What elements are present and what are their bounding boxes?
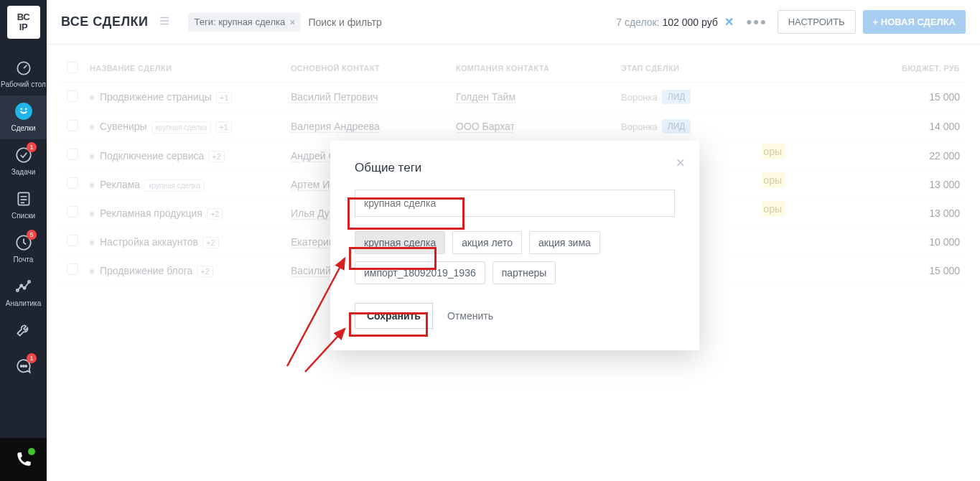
stage-badge: ЛИД [662,119,691,134]
funnel-label: Воронка [621,121,658,132]
stage-badge: ЛИД [662,90,691,104]
new-deal-button[interactable]: + НОВАЯ СДЕЛКА [863,10,966,34]
bullet-icon [90,269,94,274]
modal-title: Общие теги [355,161,675,175]
tag-options: крупная сделкаакция летоакция зимаимпорт… [355,231,675,284]
nav-settings[interactable] [0,314,47,350]
svg-point-1 [15,103,32,120]
company-link[interactable]: ООО Бархат [456,121,515,132]
company-link[interactable]: Голден Тайм [456,91,515,103]
budget-value: 10 000 [780,228,966,256]
nav-label: Аналитика [6,299,42,307]
stage-badge: оры [762,172,785,188]
nav-label: Списки [11,212,35,220]
tag-option[interactable]: крупная сделка [355,231,445,254]
checkbox-all[interactable] [67,62,78,73]
wrench-icon [14,320,34,340]
nav-deals[interactable]: Сделки [0,95,47,139]
search-input[interactable] [308,17,452,28]
plus-badge[interactable]: +1 [216,92,233,103]
nav-label: Рабочий стол [1,80,46,88]
deal-name: Подключение сервиса [100,150,204,162]
bullet-icon [90,240,94,245]
chip-label: Теги: крупная сделка [194,17,285,27]
funnel-label: Воронка [621,92,658,103]
deal-name: Рекламная продукция [100,207,202,219]
phone-button[interactable] [0,438,47,481]
deal-name: Продвижение страницы [100,91,212,103]
col-stage[interactable]: ЭТАП СДЕЛКИ [615,55,780,83]
nav-label: Сделки [11,124,35,132]
deals-icon [14,101,34,121]
page-title: ВСЕ СДЕЛКИ [61,14,148,29]
svg-point-2 [20,108,22,110]
col-budget[interactable]: БЮДЖЕТ, РУБ [780,55,966,83]
contact-link[interactable]: Валерия Андреева [291,121,380,132]
row-checkbox[interactable] [67,206,78,218]
deal-tag: крупная сделка [144,179,205,192]
nav-dashboard[interactable]: Рабочий стол [0,52,47,95]
plus-badge[interactable]: +1 [215,121,232,133]
stage-badge: оры [762,144,785,159]
status-dot-icon [28,448,35,455]
plus-badge[interactable]: +2 [202,237,219,248]
gauge-icon [14,57,34,78]
row-checkbox[interactable] [67,177,78,189]
deals-count-label: 7 сделок: [616,17,659,28]
configure-button[interactable]: НАСТРОИТЬ [778,10,856,34]
tag-input[interactable] [355,190,675,217]
row-checkbox[interactable] [67,149,78,160]
chip-remove-icon[interactable]: × [289,17,295,28]
budget-value: 15 000 [780,256,966,285]
nav-mail[interactable]: 5 Почта [0,227,47,271]
col-company[interactable]: КОМПАНИЯ КОНТАКТА [450,55,615,83]
tag-option[interactable]: партнеры [493,261,556,284]
nav-chat[interactable]: 1 [0,350,47,386]
row-checkbox[interactable] [67,120,78,131]
cancel-button[interactable]: Отменить [447,310,493,322]
analytics-icon [14,276,34,296]
save-button[interactable]: Сохранить [355,303,433,329]
bullet-icon [90,154,94,159]
filter-chip[interactable]: Теги: крупная сделка × [188,13,301,32]
svg-point-10 [27,281,29,283]
bullet-icon [90,125,94,129]
nav-tasks[interactable]: 1 Задачи [0,139,47,183]
tag-option[interactable]: акция зима [529,231,600,254]
table-row[interactable]: Сувенирыкрупная сделка+1 Валерия Андреев… [61,112,966,141]
contact-link[interactable]: Василий Петрович [291,91,378,103]
row-checkbox[interactable] [67,235,78,246]
clear-filter-icon[interactable]: × [725,14,734,30]
budget-value: 15 000 [780,83,966,112]
plus-badge[interactable]: +2 [197,266,213,277]
budget-value: 13 000 [780,199,966,228]
menu-icon[interactable] [158,14,171,29]
badge: 1 [27,142,37,152]
list-icon [14,189,34,209]
deals-count-value: 102 000 руб [663,17,718,28]
col-contact[interactable]: ОСНОВНОЙ КОНТАКТ [285,55,450,83]
nav-analytics[interactable]: Аналитика [0,271,47,314]
sidebar: ВСIP Рабочий стол Сделки 1 Задачи Списки… [0,0,47,481]
modal-close-icon[interactable]: × [676,154,685,172]
svg-point-13 [25,365,27,367]
row-checkbox[interactable] [67,90,78,102]
table-row[interactable]: Продвижение страницы+1 Василий Петрович … [61,83,966,112]
svg-point-11 [20,365,22,367]
svg-point-12 [22,365,24,367]
plus-badge[interactable]: +2 [207,208,223,220]
budget-value: 13 000 [780,170,966,199]
deal-tag: крупная сделка [151,121,212,134]
deal-name: Продвижение блога [100,265,192,276]
tag-option[interactable]: акция лето [452,231,522,254]
plus-badge[interactable]: +2 [208,151,225,162]
tags-modal: × Общие теги крупная сделкаакция летоакц… [330,141,699,350]
more-icon[interactable]: ••• [747,13,767,32]
nav-lists[interactable]: Списки [0,183,47,227]
row-checkbox[interactable] [67,263,78,275]
budget-value: 14 000 [780,112,966,141]
deal-name: Настройка аккаунтов [100,236,198,248]
col-name[interactable]: НАЗВАНИЕ СДЕЛКИ [84,55,285,83]
tag-option[interactable]: импорт_18092019_1936 [355,261,485,284]
logo[interactable]: ВСIP [7,6,40,39]
